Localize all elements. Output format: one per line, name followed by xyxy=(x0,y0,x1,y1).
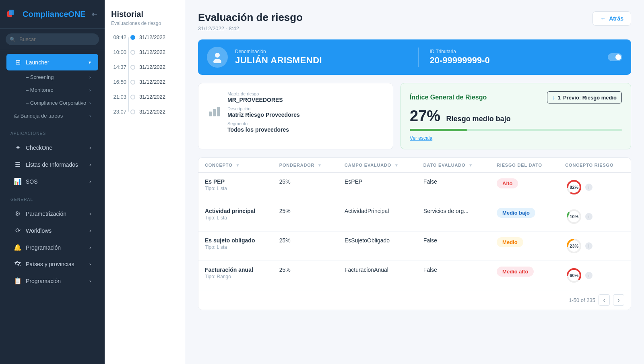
table-row-2: Es sujeto obligado Tipo: Lista 25% EsSuj… xyxy=(198,232,631,261)
timeline-item-1[interactable]: 10:00 31/12/2022 xyxy=(111,49,178,55)
pagination-info: 1-50 of 235 xyxy=(569,297,595,303)
section-label-general: GENERAL xyxy=(0,192,105,203)
cell-ponderador-1: 25% xyxy=(273,202,338,232)
back-arrow-icon: ← xyxy=(600,15,606,22)
sidebar-header: ComplianceONE ⇤ xyxy=(0,0,105,29)
timeline-item-5[interactable]: 23:07 31/12/2022 xyxy=(111,109,178,115)
circle-info-0: 82% i xyxy=(565,178,624,196)
timeline-item-0[interactable]: 08:42 31/12/2022 xyxy=(111,34,178,40)
circle-progress-1: 10% xyxy=(565,208,583,225)
svg-rect-5 xyxy=(213,109,216,116)
description-label: Descripción xyxy=(227,106,384,111)
info-icon-1[interactable]: i xyxy=(585,213,592,220)
sidebar-item-workflows[interactable]: ⟳ Workflows › xyxy=(6,222,98,239)
timeline-item-2[interactable]: 14:37 31/12/2022 xyxy=(111,64,178,70)
svg-rect-1 xyxy=(9,10,14,15)
sidebar-item-monitoreo[interactable]: – Monitoreo › xyxy=(6,84,98,96)
cell-concepto-riesgo-2: 23% i xyxy=(559,232,631,261)
col-riesgo-dato: RIESGO DEL DATO xyxy=(490,158,559,173)
sidebar-collapse-icon[interactable]: ⇤ xyxy=(91,10,97,19)
detail-title-area: Evaluación de riesgo 31/12/2022 - 8:42 xyxy=(198,11,303,31)
chevron-right-icon-6: › xyxy=(89,245,91,250)
cell-riesgo-1: Medio bajo xyxy=(490,202,559,232)
circle-progress-0: 82% xyxy=(565,178,583,196)
sidebar-item-sos[interactable]: 📊 SOS › xyxy=(6,173,98,190)
timeline-date-2: 31/12/2022 xyxy=(139,64,165,70)
filter-icon-concepto[interactable]: ▼ xyxy=(235,163,240,168)
segment-label: Segmento xyxy=(227,121,384,126)
entity-id-section: ID Tributaria 20-99999999-0 xyxy=(430,49,602,66)
timeline-dot-0 xyxy=(130,35,135,40)
cell-concepto-riesgo-0: 82% i xyxy=(559,173,631,202)
sidebar-item-checkone[interactable]: ✦ CheckOne › xyxy=(6,139,98,156)
segment-value: Todos los proveedores xyxy=(227,126,384,133)
cell-dato-3: False xyxy=(417,261,490,290)
filter-icon-campo[interactable]: ▼ xyxy=(394,163,399,168)
risk-level-text: Riesgo medio bajo xyxy=(446,115,511,123)
risk-card-header: Índice General de Riesgo ↓ 1 Previo: Rie… xyxy=(410,91,622,103)
concept-sub-3: Tipo: Rango xyxy=(205,274,266,279)
cell-concept-0: Es PEP Tipo: Lista xyxy=(198,173,273,202)
matrix-fields: Matriz de riesgo MR_PROVEEDORES Descripc… xyxy=(227,91,384,133)
col-ponderador: PONDERADOR ▼ xyxy=(273,158,338,173)
sidebar-item-listas[interactable]: ☰ Listas de Informados › xyxy=(6,156,98,173)
col-concepto-riesgo: CONCEPTO RIESGO xyxy=(559,158,631,173)
sidebar-item-compliance-corporativo[interactable]: – Compliance Corporativo › xyxy=(6,97,98,109)
sidebar-item-programacion2[interactable]: 📋 Programación › xyxy=(6,273,98,289)
concept-main-2: Es sujeto obligado xyxy=(205,237,266,244)
chevron-right-icon-2: › xyxy=(89,162,91,168)
entity-toggle[interactable] xyxy=(608,53,622,61)
entity-name: JULIÁN ARISMENDI xyxy=(235,55,407,66)
matrix-header: Matriz de riesgo MR_PROVEEDORES Descripc… xyxy=(207,91,384,133)
section-label-apps: APLICACIONES xyxy=(0,126,105,137)
chevron-right-icon-7: › xyxy=(89,261,91,267)
info-icon-0[interactable]: i xyxy=(585,184,592,191)
timeline-time-4: 21:03 xyxy=(111,94,126,100)
cell-riesgo-2: Medio xyxy=(490,232,559,261)
launcher-icon: ⊞ xyxy=(14,58,22,66)
cell-campo-2: EsSujetoObligado xyxy=(338,232,417,261)
cell-concepto-riesgo-3: 60% i xyxy=(559,261,631,290)
search-input[interactable] xyxy=(6,33,99,45)
chevron-right-icon-5: › xyxy=(89,228,91,234)
timeline-date-3: 31/12/2022 xyxy=(139,79,165,85)
sidebar-item-screening[interactable]: – Screening › xyxy=(6,71,98,83)
sidebar-item-parametrizacion[interactable]: ⚙ Parametrización › xyxy=(6,205,98,222)
sidebar-item-paises[interactable]: 🗺 Países y provincias › xyxy=(6,256,98,272)
detail-date: 31/12/2022 - 8:42 xyxy=(198,25,303,31)
logo-icon xyxy=(7,8,19,20)
timeline-item-3[interactable]: 16:50 31/12/2022 xyxy=(111,79,178,85)
filter-icon-ponderador[interactable]: ▼ xyxy=(318,163,322,168)
cell-dato-2: False xyxy=(417,232,490,261)
sidebar-item-bandeja[interactable]: 🗂 Bandeja de tareas › xyxy=(6,110,98,122)
matrix-card: Matriz de riesgo MR_PROVEEDORES Descripc… xyxy=(198,83,393,149)
pagination-prev[interactable]: ‹ xyxy=(599,294,610,306)
detail-panel: Evaluación de riesgo 31/12/2022 - 8:42 ←… xyxy=(185,0,644,364)
cell-ponderador-0: 25% xyxy=(273,173,338,202)
filter-icon-dato[interactable]: ▼ xyxy=(469,163,473,168)
back-button[interactable]: ← Atrás xyxy=(592,11,631,26)
risk-badge: ↓ 1 Previo: Riesgo medio xyxy=(547,91,622,103)
concept-sub-1: Tipo: Lista xyxy=(205,215,266,221)
info-icon-2[interactable]: i xyxy=(585,242,592,250)
timeline-item-4[interactable]: 21:03 31/12/2022 xyxy=(111,94,178,100)
info-icon-3[interactable]: i xyxy=(585,272,592,279)
chevron-down-icon: ▾ xyxy=(89,60,91,65)
timeline-dot-3 xyxy=(130,80,135,85)
parametrizacion-icon: ⚙ xyxy=(14,210,22,217)
ver-escala-link[interactable]: Ver escala xyxy=(410,135,622,141)
risk-matrix-value: MR_PROVEEDORES xyxy=(227,97,384,103)
risk-percentage-row: 27% Riesgo medio bajo xyxy=(410,108,622,125)
sidebar-item-launcher[interactable]: ⊞ Launcher ▾ xyxy=(6,54,98,70)
timeline-time-1: 10:00 xyxy=(111,49,126,55)
concept-sub-2: Tipo: Lista xyxy=(205,244,266,250)
chevron-right-icon: › xyxy=(89,145,91,151)
detail-header: Evaluación de riesgo 31/12/2022 - 8:42 ←… xyxy=(198,11,631,31)
risk-pill-1: Medio bajo xyxy=(497,208,535,218)
table-header-row: CONCEPTO ▼ PONDERADOR ▼ CAMPO EVALUADO ▼… xyxy=(198,158,631,173)
pagination-next[interactable]: › xyxy=(613,294,624,306)
description-value: Matriz Riesgo Proveedores xyxy=(227,112,384,118)
sidebar-item-programacion[interactable]: 🔔 Programación › xyxy=(6,239,98,256)
risk-progress-fill xyxy=(410,129,467,131)
chevron-right-icon-8: › xyxy=(89,278,91,284)
